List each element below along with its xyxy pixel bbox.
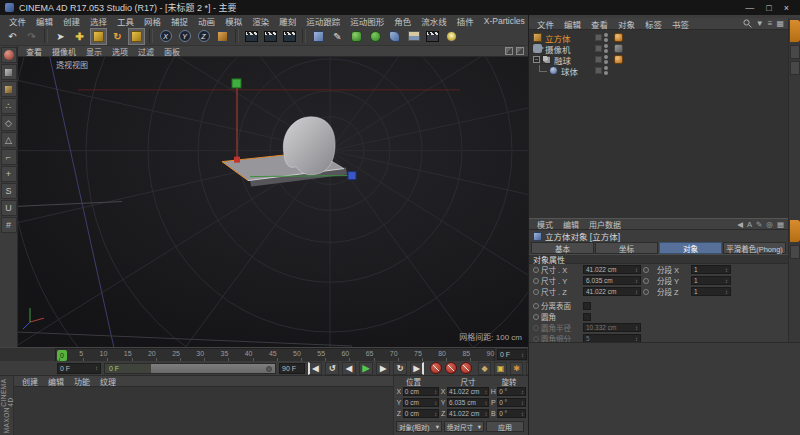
model-mode-button[interactable] bbox=[1, 64, 17, 80]
segments-input[interactable]: 1↕ bbox=[691, 276, 731, 285]
next-frame-button[interactable]: ▶ bbox=[376, 362, 390, 375]
minimize-button[interactable]: — bbox=[745, 3, 754, 13]
keyframe-dot-icon[interactable] bbox=[643, 278, 649, 284]
size-mode-dropdown[interactable]: 绝对尺寸▾ bbox=[444, 421, 484, 432]
om-menu-edit[interactable]: 编辑 bbox=[560, 18, 585, 30]
tab-object[interactable]: 对象 bbox=[659, 242, 722, 254]
viewport-menu-options[interactable]: 选项 bbox=[108, 46, 132, 57]
viewport-menu-view[interactable]: 查看 bbox=[22, 46, 46, 57]
attr-menu-edit[interactable]: 编辑 bbox=[559, 219, 583, 230]
timeline-scrubber[interactable]: 0 F bbox=[104, 363, 276, 374]
menu-item[interactable]: 流水线 bbox=[416, 15, 452, 27]
keyframe-dot-icon[interactable] bbox=[643, 289, 649, 295]
viewport-menu-camera[interactable]: 摄像机 bbox=[48, 46, 80, 57]
stepper-icon[interactable]: ↕ bbox=[434, 411, 437, 417]
menu-item[interactable]: 运动图形 bbox=[345, 15, 389, 27]
tab-coordinates[interactable]: 坐标 bbox=[595, 242, 658, 254]
render-settings-button[interactable] bbox=[281, 28, 298, 45]
protection-tag-icon[interactable] bbox=[614, 44, 623, 53]
coord-mode-dropdown[interactable]: 对象(相对)▾ bbox=[396, 421, 442, 432]
material-menu-item[interactable]: 纹理 bbox=[96, 376, 120, 387]
snap-button[interactable]: S bbox=[1, 183, 17, 199]
scale-tool-button[interactable] bbox=[90, 28, 107, 45]
lock-z-button[interactable]: Z bbox=[195, 28, 212, 45]
menu-item[interactable]: 模拟 bbox=[220, 15, 247, 27]
list-icon[interactable]: ≡ bbox=[768, 19, 773, 28]
pen-icon[interactable]: ✎ bbox=[756, 220, 762, 229]
workplane-button[interactable]: # bbox=[1, 217, 17, 233]
x-axis-handle[interactable] bbox=[234, 157, 240, 163]
layer-icon[interactable] bbox=[595, 67, 602, 74]
menu-item[interactable]: 编辑 bbox=[31, 15, 58, 27]
scrubber-handle[interactable]: 0 F bbox=[105, 364, 151, 373]
menu-item[interactable]: 运动跟踪 bbox=[301, 15, 345, 27]
om-menu-tags[interactable]: 标签 bbox=[641, 18, 666, 30]
camera-tool-button[interactable] bbox=[424, 28, 441, 45]
tab-basic[interactable]: 基本 bbox=[531, 242, 594, 254]
apply-button[interactable]: 应用 bbox=[486, 421, 524, 432]
menu-item[interactable]: 渲染 bbox=[247, 15, 274, 27]
dock-tab[interactable] bbox=[790, 245, 800, 259]
maximize-button[interactable]: □ bbox=[766, 3, 771, 13]
environment-button[interactable] bbox=[405, 28, 422, 45]
edges-mode-button[interactable]: ◇ bbox=[1, 115, 17, 131]
position-input[interactable]: 0 cm↕ bbox=[403, 387, 440, 396]
object-row-cube[interactable]: 立方体 bbox=[529, 32, 788, 43]
om-menu-bookmarks[interactable]: 书签 bbox=[668, 18, 693, 30]
object-axis-button[interactable]: + bbox=[1, 166, 17, 182]
z-axis-handle[interactable] bbox=[348, 172, 356, 180]
phong-tag-icon[interactable] bbox=[614, 33, 623, 42]
menu-item[interactable]: 插件 bbox=[452, 15, 479, 27]
record-keyframe-button[interactable] bbox=[430, 362, 442, 374]
previous-frame-button[interactable]: ◀ bbox=[342, 362, 356, 375]
record-position-toggle[interactable]: ▣ bbox=[494, 362, 507, 375]
rotation-input[interactable]: 0 °↕ bbox=[497, 398, 526, 407]
material-menu-item[interactable]: 功能 bbox=[70, 376, 94, 387]
object-row-camera[interactable]: 摄像机 bbox=[529, 43, 788, 54]
attr-menu-userdata[interactable]: 用户数据 bbox=[585, 219, 625, 230]
om-menu-view[interactable]: 查看 bbox=[587, 18, 612, 30]
grid-icon[interactable]: ▦ bbox=[776, 19, 784, 28]
size-input[interactable]: 41.022 cm↕ bbox=[447, 409, 489, 418]
keyframe-dot-icon[interactable] bbox=[533, 278, 539, 284]
stepper-icon[interactable]: ↕ bbox=[725, 267, 728, 273]
stepper-icon[interactable]: ↕ bbox=[521, 389, 524, 395]
keyframe-dot-icon[interactable] bbox=[533, 289, 539, 295]
magnet-button[interactable]: U bbox=[1, 200, 17, 216]
back-icon[interactable]: ◀ bbox=[737, 220, 743, 229]
record-scale-toggle[interactable]: ✱ bbox=[510, 362, 523, 375]
keyframe-dot-icon[interactable] bbox=[533, 303, 539, 309]
expand-icon[interactable]: − bbox=[533, 56, 540, 63]
position-input[interactable]: 0 cm↕ bbox=[403, 409, 440, 418]
keyframe-dot-icon[interactable] bbox=[533, 267, 539, 273]
menu-item[interactable]: 动画 bbox=[193, 15, 220, 27]
segments-input[interactable]: 1↕ bbox=[691, 287, 731, 296]
menu-item[interactable]: 网格 bbox=[139, 15, 166, 27]
visibility-dots[interactable] bbox=[604, 33, 608, 42]
target-icon[interactable]: ◎ bbox=[766, 220, 773, 229]
goto-end-button[interactable]: ▶ bbox=[410, 362, 424, 375]
stepper-icon[interactable]: ↕ bbox=[95, 365, 98, 371]
menu-item[interactable]: 捕捉 bbox=[166, 15, 193, 27]
stepper-icon[interactable]: ↕ bbox=[725, 278, 728, 284]
stepper-icon[interactable]: ↕ bbox=[521, 400, 524, 406]
record-options-button[interactable] bbox=[460, 362, 472, 374]
rotate-tool-button[interactable]: ↻ bbox=[109, 28, 126, 45]
size-input[interactable]: 41.022 cm↕ bbox=[583, 265, 641, 274]
material-menu-item[interactable]: 创建 bbox=[18, 376, 42, 387]
layer-icon[interactable] bbox=[595, 56, 602, 63]
keyframe-dot-icon[interactable] bbox=[643, 267, 649, 273]
size-input[interactable]: 41.022 cm↕ bbox=[447, 387, 489, 396]
viewport-canvas[interactable]: 透视视图 网格间距: 100 cm bbox=[18, 57, 528, 347]
undo-button[interactable]: ↶ bbox=[4, 28, 21, 45]
play-button[interactable]: ▶ bbox=[359, 362, 373, 375]
menu-item[interactable]: X-Particles bbox=[479, 16, 530, 26]
mograph-button[interactable] bbox=[367, 28, 384, 45]
om-menu-object[interactable]: 对象 bbox=[614, 18, 639, 30]
viewport-menu-filter[interactable]: 过滤 bbox=[134, 46, 158, 57]
grid-icon[interactable]: ▦ bbox=[777, 220, 784, 229]
coord-system-button[interactable] bbox=[214, 28, 231, 45]
stepper-icon[interactable]: ↕ bbox=[635, 278, 638, 284]
layer-icon[interactable] bbox=[595, 34, 602, 41]
phong-tag-icon[interactable] bbox=[614, 55, 623, 64]
